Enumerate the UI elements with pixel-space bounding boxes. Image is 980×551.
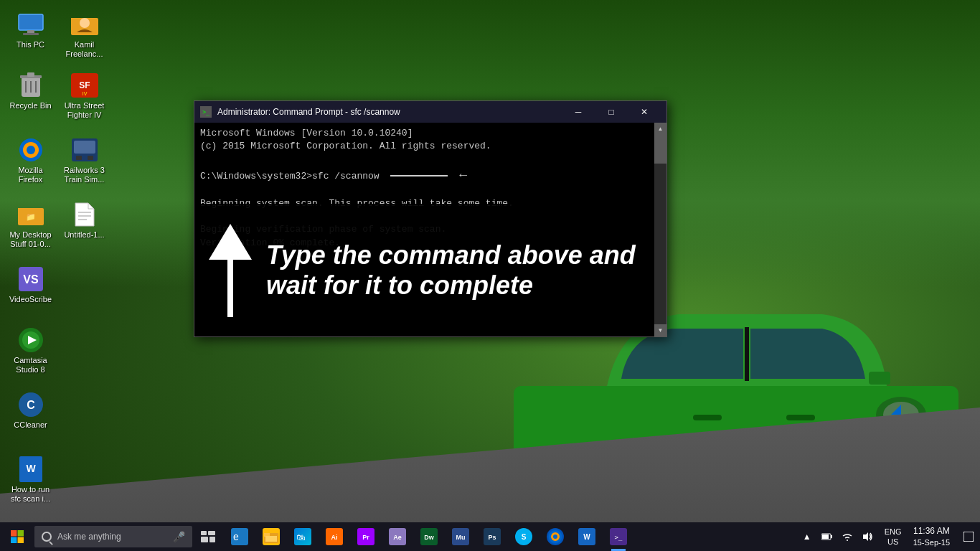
svg-point-37 xyxy=(27,146,35,154)
svg-rect-17 xyxy=(869,372,890,385)
svg-text:e: e xyxy=(233,531,239,542)
svg-rect-64 xyxy=(208,531,215,535)
language-area[interactable]: ENG US xyxy=(880,522,906,551)
overlay-arrow xyxy=(209,224,252,317)
camtasia-label: Camtasia Studio 8 xyxy=(6,356,55,375)
taskbar-app-edge[interactable]: e xyxy=(224,522,255,551)
tray-network-icon[interactable] xyxy=(837,522,857,551)
illustrator-icon: Ai xyxy=(326,528,343,545)
clock-area[interactable]: 11:36 AM 15-Sep-15 xyxy=(906,522,957,551)
desktop-icon-videoscribe[interactable]: VS VideoScribe xyxy=(4,262,57,307)
taskbar: Ask me anything 🎤 e xyxy=(0,522,980,551)
tray-volume-icon[interactable] xyxy=(857,522,877,551)
chevron-icon: ▲ xyxy=(803,532,811,542)
svg-rect-20 xyxy=(19,14,43,30)
search-bar[interactable]: Ask me anything 🎤 xyxy=(34,526,192,547)
desktop-icon-howto[interactable]: W How to run sfc scan i... xyxy=(4,452,57,507)
cmd-titlebar[interactable]: >_ Administrator: Command Prompt - sfc /… xyxy=(194,101,666,123)
desktop-icon-ultra[interactable]: SF IV Ultra Street Fighter IV xyxy=(57,68,111,123)
howto-icon: W xyxy=(17,455,45,484)
desktop-icon-kamil[interactable]: Kamil Freelanc... xyxy=(57,7,111,62)
svg-rect-60 xyxy=(18,530,24,537)
cmd-line-1: Microsoft Windows [Version 10.0.10240] xyxy=(200,127,649,140)
svg-text:🛍: 🛍 xyxy=(296,532,305,542)
taskbar-app-ai[interactable]: Ai xyxy=(319,522,350,551)
scrollbar-track xyxy=(654,135,666,324)
firefox-label: Mozilla Firefox xyxy=(6,166,55,184)
taskbar-app-word[interactable]: W xyxy=(571,522,603,551)
locale-label: US xyxy=(887,537,898,547)
svg-text:W: W xyxy=(26,463,36,474)
task-view-icon xyxy=(201,531,215,542)
taskbar-app-cmd[interactable]: >_ xyxy=(603,522,634,551)
tray-battery-icon[interactable] xyxy=(817,522,837,551)
mydesktop-icon: 📁 xyxy=(17,200,45,229)
kamil-label: Kamil Freelanc... xyxy=(60,40,108,59)
railworks-icon xyxy=(70,136,99,164)
notification-button[interactable] xyxy=(957,522,980,551)
taskbar-app-skype[interactable]: S xyxy=(508,522,540,551)
notification-icon xyxy=(963,532,974,542)
cmd-maximize-button[interactable]: □ xyxy=(595,101,628,123)
desktop-icon-mydesktop[interactable]: 📁 My Desktop Stuff 01-0... xyxy=(4,197,57,252)
aftereffects-icon: Ae xyxy=(389,528,406,545)
task-view-button[interactable] xyxy=(192,522,224,551)
svg-rect-62 xyxy=(18,537,24,544)
cmd-close-button[interactable]: ✕ xyxy=(628,101,661,123)
thispc-label: This PC xyxy=(17,40,44,50)
mydesktop-label: My Desktop Stuff 01-0... xyxy=(6,230,55,249)
cmd-titlebar-left: >_ Administrator: Command Prompt - sfc /… xyxy=(200,106,400,118)
videoscribe-label: VideoScribe xyxy=(9,295,52,304)
svg-rect-61 xyxy=(11,537,17,544)
taskbar-app-mu[interactable]: Mu xyxy=(445,522,476,551)
desktop-icon-railworks[interactable]: Railworks 3 Train Sim... xyxy=(57,133,111,187)
scrollbar-thumb[interactable] xyxy=(654,135,666,164)
railworks-label: Railworks 3 Train Sim... xyxy=(60,166,108,184)
cmd-line-3 xyxy=(200,153,649,166)
taskbar-app-explorer[interactable] xyxy=(255,522,287,551)
svg-text:>_: >_ xyxy=(615,534,623,541)
taskbar-app-ps[interactable]: Ps xyxy=(476,522,508,551)
desktop-icon-ccleaner[interactable]: C CCleaner xyxy=(4,387,57,433)
language-label: ENG xyxy=(885,527,902,537)
cmd-window: >_ Administrator: Command Prompt - sfc /… xyxy=(194,100,667,337)
svg-rect-18 xyxy=(693,415,722,420)
desktop-icon-thispc[interactable]: This PC xyxy=(4,7,57,52)
svg-text:>_: >_ xyxy=(202,109,209,116)
taskbar-app-premiere[interactable]: Pr xyxy=(350,522,382,551)
desktop-icon-untitled[interactable]: Untitled-1... xyxy=(57,197,111,242)
cmd-window-controls: ─ □ ✕ xyxy=(562,101,661,123)
svg-text:VS: VS xyxy=(23,273,39,286)
start-button[interactable] xyxy=(0,522,34,551)
store-icon: 🛍 xyxy=(294,528,311,545)
cmd-overlay: Type the command above and wait for it t… xyxy=(194,204,654,336)
taskbar-app-firefox[interactable] xyxy=(540,522,571,551)
search-icon xyxy=(42,532,52,542)
microphone-icon[interactable]: 🎤 xyxy=(173,531,185,542)
scrollbar-up-button[interactable]: ▲ xyxy=(654,123,666,135)
taskbar-app-dw[interactable]: Dw xyxy=(413,522,445,551)
scrollbar-down-button[interactable]: ▼ xyxy=(654,324,666,336)
svg-rect-28 xyxy=(27,72,34,77)
skype-icon: S xyxy=(515,528,532,545)
cmd-minimize-button[interactable]: ─ xyxy=(562,101,595,123)
cmd-window-title: Administrator: Command Prompt - sfc /sca… xyxy=(217,107,400,117)
taskbar-app-ae[interactable]: Ae xyxy=(382,522,413,551)
desktop-icon-recycle[interactable]: Recycle Bin xyxy=(4,68,57,113)
battery-icon xyxy=(821,532,833,541)
explorer-icon xyxy=(263,528,280,545)
desktop-icon-firefox[interactable]: Mozilla Firefox xyxy=(4,133,57,187)
untitled-icon xyxy=(70,200,99,229)
svg-text:W: W xyxy=(583,533,590,541)
network-icon xyxy=(842,532,853,542)
svg-rect-66 xyxy=(209,537,215,542)
cmd-text-area[interactable]: Microsoft Windows [Version 10.0.10240] (… xyxy=(194,123,654,336)
ultra-icon: SF IV xyxy=(70,71,99,100)
overlay-text: Type the command above and wait for it t… xyxy=(266,240,640,300)
svg-rect-97 xyxy=(963,532,974,542)
desktop-icon-camtasia[interactable]: Camtasia Studio 8 xyxy=(4,323,57,377)
taskbar-app-store[interactable]: 🛍 xyxy=(287,522,319,551)
tray-chevron-button[interactable]: ▲ xyxy=(797,522,817,551)
svg-rect-70 xyxy=(265,536,277,542)
cmd-scrollbar[interactable]: ▲ ▼ xyxy=(654,123,666,336)
